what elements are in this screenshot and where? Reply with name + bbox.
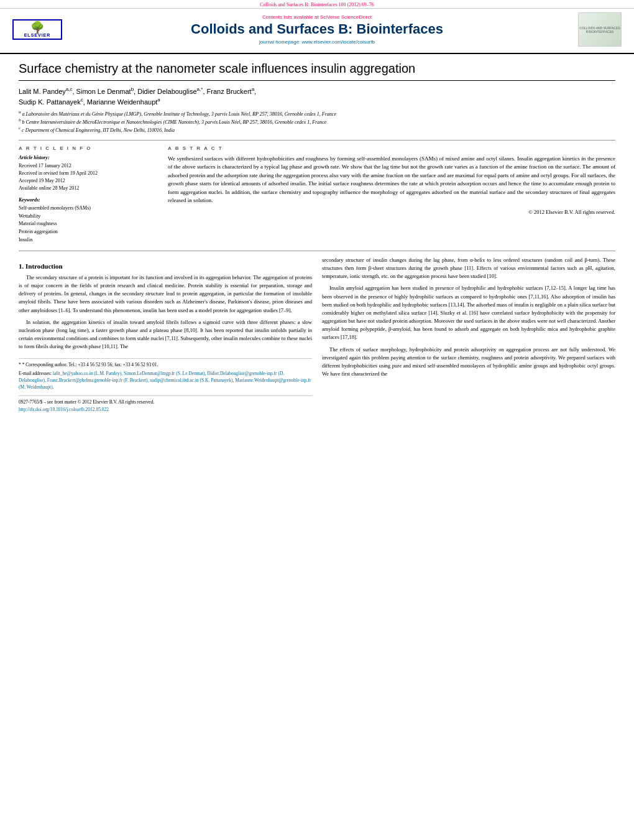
copyright-line: © 2012 Elsevier B.V. All rights reserved…	[168, 209, 615, 215]
keyword-1: Self-assembled monolayers (SAMs)	[19, 205, 155, 213]
footnote-corresponding: * * Corresponding author. Tel.: +33 4 56…	[19, 361, 312, 368]
journal-homepage: journal homepage: www.elsevier.com/locat…	[62, 39, 572, 45]
affiliation-b: b b Centre Interuniversitaire de MicroEl…	[19, 118, 615, 126]
cover-image: COLLOIDS AND SURFACES B BIOINTERFACES	[578, 12, 622, 47]
header-center: Contents lists available at SciVerse Sci…	[62, 14, 572, 44]
elsevier-logo: 🌳 ELSEVIER	[12, 19, 62, 40]
intro-para-1: The secondary structure of a protein is …	[19, 274, 312, 315]
article-title: Surface chemistry at the nanometer scale…	[19, 60, 615, 81]
body-columns: 1. Introduction The secondary structure …	[19, 256, 615, 413]
keyword-4: Protein aggregation	[19, 228, 155, 236]
affiliations: a a Laboratoire des Matériaux et du Géni…	[19, 109, 615, 134]
header-main: 🌳 ELSEVIER Contents lists available at S…	[0, 9, 634, 50]
accepted-date: Accepted 19 May 2012	[19, 177, 155, 185]
journal-header: Colloids and Surfaces B: Biointerfaces 1…	[0, 0, 634, 54]
authors-text: Lalit M. Pandeya,c, Simon Le Denmatb, Di…	[19, 88, 256, 95]
article-info-column: A R T I C L E I N F O Article history: R…	[19, 145, 155, 244]
revised-date: Received in revised form 19 April 2012	[19, 170, 155, 177]
available-date: Available online 28 May 2012	[19, 185, 155, 192]
keyword-5: Insulin	[19, 236, 155, 244]
article-history-title: Article history:	[19, 155, 155, 160]
affiliation-a: a a Laboratoire des Matériaux et du Géni…	[19, 109, 615, 118]
right-para-2: Insulin amyloid aggregation has been stu…	[322, 284, 615, 341]
section-1-heading: 1. Introduction	[19, 262, 312, 270]
article-body: Surface chemistry at the nanometer scale…	[0, 54, 634, 425]
section-1-title: Introduction	[25, 262, 63, 270]
abstract-column: A B S T R A C T We synthesized surfaces …	[168, 145, 615, 244]
keywords-title: Keywords:	[19, 197, 155, 203]
journal-citation-bar: Colloids and Surfaces B: Biointerfaces 1…	[0, 0, 634, 9]
affiliation-c: c c Department of Chemical Engineering, …	[19, 126, 615, 134]
abstract-text: We synthesized surfaces with different h…	[168, 155, 615, 205]
email-label: E-mail addresses:	[19, 371, 52, 376]
authors-text-2: Sudip K. Pattanayekc, Marianne Weidenhau…	[19, 98, 160, 106]
right-para-3: The effects of surface morphology, hydro…	[322, 346, 615, 379]
article-meta-section: A R T I C L E I N F O Article history: R…	[19, 145, 615, 244]
authors-line: Lalit M. Pandeya,c, Simon Le Denmatb, Di…	[19, 86, 615, 107]
cover-text: COLLOIDS AND SURFACES B BIOINTERFACES	[579, 26, 621, 34]
journal-citation: Colloids and Surfaces B: Biointerfaces 1…	[260, 2, 374, 7]
sciverse-link-text[interactable]: SciVerse ScienceDirect	[320, 14, 372, 20]
divider-1	[19, 140, 615, 141]
journal-title: Colloids and Surfaces B: Biointerfaces	[62, 21, 572, 37]
article-footnotes: * * Corresponding author. Tel.: +33 4 56…	[19, 358, 312, 413]
body-left-column: 1. Introduction The secondary structure …	[19, 256, 312, 413]
issn-line: 0927-7765/$ – see front matter © 2012 El…	[19, 399, 312, 405]
abstract-heading: A B S T R A C T	[168, 145, 615, 151]
footnote-emails: E-mail addresses: lalit_he@yahoo.co.in (…	[19, 370, 312, 391]
page: Colloids and Surfaces B: Biointerfaces 1…	[0, 0, 634, 840]
intro-para-2: In solution, the aggregation kinetics of…	[19, 318, 312, 351]
journal-cover-logo: COLLOIDS AND SURFACES B BIOINTERFACES	[572, 12, 622, 47]
doi-line[interactable]: http://dx.doi.org/10.1016/j.colsurfb.201…	[19, 406, 312, 413]
body-right-column: secondary structure of insulin changes d…	[322, 256, 615, 413]
keyword-3: Material roughness	[19, 220, 155, 228]
right-para-1: secondary structure of insulin changes d…	[322, 256, 615, 281]
sciverse-link: Contents lists available at SciVerse Sci…	[62, 14, 572, 20]
elsevier-tree-icon: 🌳	[16, 22, 58, 33]
elsevier-name: ELSEVIER	[16, 33, 58, 37]
article-info-heading: A R T I C L E I N F O	[19, 145, 155, 151]
homepage-url[interactable]: www.elsevier.com/locate/colsurfb	[302, 39, 375, 45]
divider-2	[19, 251, 615, 251]
received-date: Received 17 January 2012	[19, 162, 155, 170]
email-addresses: lalit_he@yahoo.co.in (L.M. Pandey), Simo…	[19, 371, 311, 390]
keyword-2: Wettability	[19, 213, 155, 221]
footer-doi-line: 0927-7765/$ – see front matter © 2012 El…	[19, 395, 312, 413]
